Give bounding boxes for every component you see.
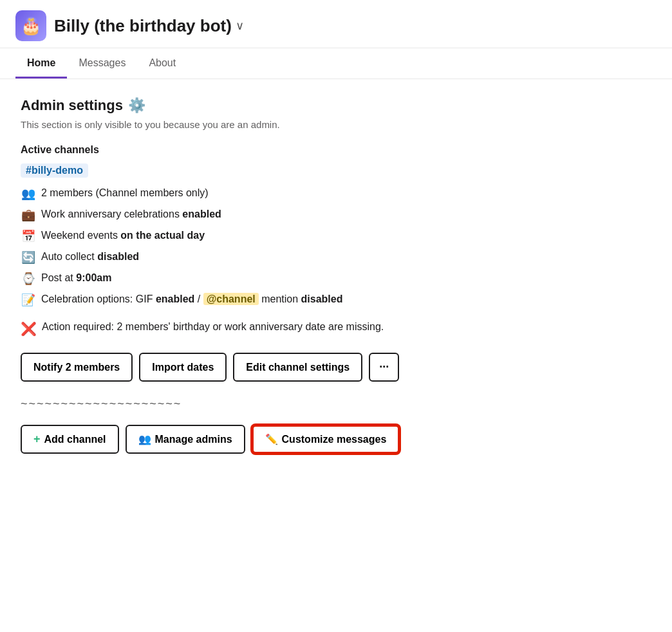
app-title: Billy (the birthday bot) <box>54 16 232 36</box>
edit-channel-settings-button[interactable]: Edit channel settings <box>233 353 362 382</box>
action-required-row: ❌ Action required: 2 members' birthday o… <box>21 319 559 339</box>
notify-members-button[interactable]: Notify 2 members <box>21 353 133 382</box>
active-channels-label: Active channels <box>21 144 559 156</box>
list-item: 📝 Celebration options: GIF enabled / @ch… <box>21 292 559 309</box>
add-channel-button[interactable]: + Add channel <box>21 425 119 454</box>
post-time-icon: ⌚ <box>21 270 36 288</box>
bottom-buttons-row: + Add channel 👥 Manage admins ✏️ Customi… <box>21 425 559 454</box>
more-options-button[interactable]: ··· <box>369 353 399 382</box>
list-item: 👥 2 members (Channel members only) <box>21 185 559 203</box>
list-item: 💼 Work anniversary celebrations enabled <box>21 207 559 224</box>
customize-messages-label: Customize messages <box>282 434 387 445</box>
weekend-icon: 📅 <box>21 228 36 245</box>
action-required-icon: ❌ <box>21 319 37 339</box>
customize-messages-icon: ✏️ <box>265 433 278 445</box>
manage-admins-button[interactable]: 👥 Manage admins <box>126 425 245 454</box>
channel-tag[interactable]: #billy-demo <box>21 163 88 178</box>
plus-icon: + <box>33 432 41 446</box>
channel-details-list: 👥 2 members (Channel members only) 💼 Wor… <box>21 185 559 309</box>
app-title-row[interactable]: Billy (the birthday bot) ∨ <box>54 16 244 36</box>
list-item: 📅 Weekend events on the actual day <box>21 228 559 245</box>
work-anniversary-icon: 💼 <box>21 207 36 224</box>
tab-bar: Home Messages About <box>0 48 672 79</box>
celebration-options-icon: 📝 <box>21 292 36 309</box>
add-channel-label: Add channel <box>44 434 106 445</box>
chevron-down-icon: ∨ <box>236 19 244 33</box>
tab-messages[interactable]: Messages <box>67 48 137 79</box>
list-item: ⌚ Post at 9:00am <box>21 270 559 288</box>
main-content: Admin settings ⚙️ This section is only v… <box>0 79 579 472</box>
import-dates-button[interactable]: Import dates <box>139 353 227 382</box>
app-logo: 🎂 <box>15 10 46 41</box>
action-buttons-row: Notify 2 members Import dates Edit chann… <box>21 353 559 382</box>
manage-admins-label: Manage admins <box>155 434 232 445</box>
channel-mention: @channel <box>203 293 259 305</box>
gear-icon: ⚙️ <box>128 97 145 114</box>
divider: ~~~~~~~~~~~~~~~~~~~~ <box>21 397 559 411</box>
customize-messages-button[interactable]: ✏️ Customize messages <box>252 425 400 454</box>
admin-subtitle: This section is only visible to you beca… <box>21 119 559 130</box>
admin-settings-title: Admin settings <box>21 97 123 114</box>
manage-admins-icon: 👥 <box>138 433 151 445</box>
tab-about[interactable]: About <box>137 48 187 79</box>
tab-home[interactable]: Home <box>15 48 67 79</box>
admin-settings-header: Admin settings ⚙️ <box>21 97 559 114</box>
action-required-text: Action required: 2 members' birthday or … <box>42 319 384 335</box>
auto-collect-icon: 🔄 <box>21 249 36 266</box>
list-item: 🔄 Auto collect disabled <box>21 249 559 266</box>
members-icon: 👥 <box>21 185 36 203</box>
app-header: 🎂 Billy (the birthday bot) ∨ <box>0 0 672 48</box>
